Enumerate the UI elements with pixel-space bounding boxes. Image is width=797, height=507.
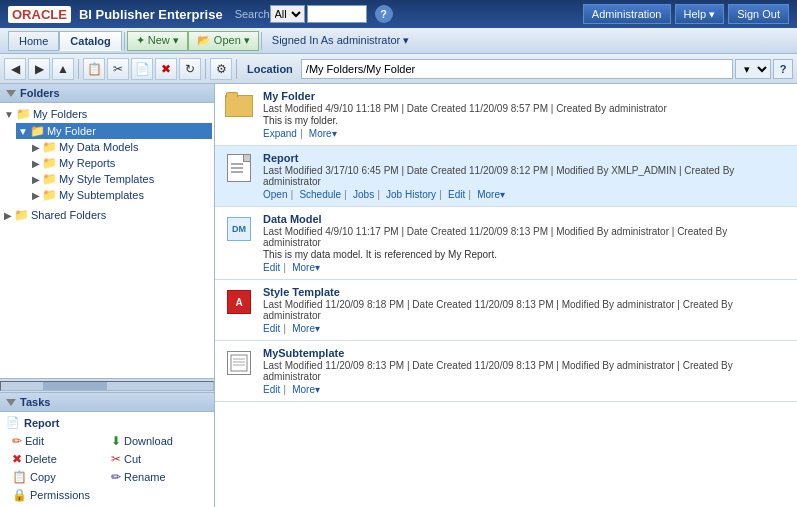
task-rename[interactable]: ✏ Rename	[109, 469, 204, 485]
sign-out-button[interactable]: Sign Out	[728, 4, 789, 24]
catalog-button[interactable]: Catalog	[59, 31, 121, 51]
folders-panel-header: Folders	[0, 84, 214, 103]
tree-row-style-templates[interactable]: ▶ 📁 My Style Templates	[30, 171, 212, 187]
search-input[interactable]	[307, 5, 367, 23]
tree-label-my-reports: My Reports	[59, 157, 115, 169]
tree-horizontal-scroll[interactable]	[0, 378, 214, 392]
task-report-icon: 📄	[6, 416, 20, 429]
styletemplate-item-meta: Last Modified 11/20/09 8:18 PM | Date Cr…	[263, 299, 787, 321]
datamodel-shape: DM	[227, 217, 251, 241]
tree-children-my-folder: ▶ 📁 My Data Models ▶ 📁 My Reports ▶	[16, 139, 212, 203]
tree-label-data-models: My Data Models	[59, 141, 138, 153]
tree-item-my-folder: ▼ 📁 My Folder ▶ 📁 My Data Models ▶	[16, 122, 212, 204]
toolbar-sep-2	[205, 59, 206, 79]
toolbar-refresh-button[interactable]: ↻	[179, 58, 201, 80]
report-jobs-link[interactable]: Jobs	[353, 189, 374, 200]
help-button[interactable]: Help ▾	[675, 4, 725, 24]
task-rename-label: Rename	[124, 471, 166, 483]
task-download-label: Download	[124, 435, 173, 447]
styletemplate-item-body: Style Template Last Modified 11/20/09 8:…	[263, 286, 787, 334]
task-cut[interactable]: ✂ Cut	[109, 451, 204, 467]
folder-expand-link[interactable]: Expand	[263, 128, 297, 139]
tree-label-shared-folders: Shared Folders	[31, 209, 106, 221]
report-schedule-link[interactable]: Schedule	[299, 189, 341, 200]
toolbar-copy-button[interactable]: 📋	[83, 58, 105, 80]
tree-row-my-folder[interactable]: ▼ 📁 My Folder	[16, 123, 212, 139]
task-edit[interactable]: ✏ Edit	[10, 433, 105, 449]
oracle-logo: ORACLE	[8, 6, 71, 23]
folder-icon-data-models: 📁	[42, 140, 57, 154]
search-scope-dropdown[interactable]: All	[270, 5, 305, 23]
expand-my-folder-icon[interactable]: ▼	[18, 126, 28, 137]
st-more-link[interactable]: More▾	[292, 323, 320, 334]
subtemplate-item-body: MySubtemplate Last Modified 11/20/09 8:1…	[263, 347, 787, 395]
report-open-link[interactable]: Open	[263, 189, 287, 200]
datamodel-item-actions: Edit| More▾	[263, 261, 787, 273]
user-link[interactable]: administrator ▾	[337, 34, 410, 46]
tasks-label: Tasks	[20, 396, 50, 408]
folder-icon-subtemplates: 📁	[42, 188, 57, 202]
administration-button[interactable]: Administration	[583, 4, 671, 24]
task-download[interactable]: ⬇ Download	[109, 433, 204, 449]
search-label: Search	[235, 8, 270, 20]
folder-icon-style-templates: 📁	[42, 172, 57, 186]
expand-shared-folders-icon[interactable]: ▶	[4, 210, 12, 221]
expand-style-templates-icon[interactable]: ▶	[32, 174, 40, 185]
toolbar-sep-1	[78, 59, 79, 79]
tree-row-my-reports[interactable]: ▶ 📁 My Reports	[30, 155, 212, 171]
folders-collapse-icon[interactable]	[6, 90, 16, 97]
subtemplate-shape	[227, 351, 251, 375]
tree-row-subtemplates[interactable]: ▶ 📁 My Subtemplates	[30, 187, 212, 203]
toolbar-delete-button[interactable]: ✖	[155, 58, 177, 80]
new-button[interactable]: ✦ New ▾	[127, 31, 188, 51]
home-button[interactable]: Home	[8, 31, 59, 51]
task-permissions[interactable]: 🔒 Permissions	[10, 487, 105, 503]
toolbar-back-button[interactable]: ◀	[4, 58, 26, 80]
expand-my-reports-icon[interactable]: ▶	[32, 158, 40, 169]
dm-edit-link[interactable]: Edit	[263, 262, 280, 273]
expand-subtemplates-icon[interactable]: ▶	[32, 190, 40, 201]
download-icon: ⬇	[111, 434, 121, 448]
subtemplate-item-icon	[225, 349, 253, 377]
toolbar-forward-button[interactable]: ▶	[28, 58, 50, 80]
task-delete[interactable]: ✖ Delete	[10, 451, 105, 467]
open-button[interactable]: 📂 Open ▾	[188, 31, 259, 51]
folder-icon-shared-folders: 📁	[14, 208, 29, 222]
st-edit-link[interactable]: Edit	[263, 323, 280, 334]
report-item-icon	[225, 154, 253, 182]
tree-label-style-templates: My Style Templates	[59, 173, 154, 185]
folder-icon-my-reports: 📁	[42, 156, 57, 170]
expand-data-models-icon[interactable]: ▶	[32, 142, 40, 153]
context-help-icon[interactable]: ?	[773, 59, 793, 79]
report-more-link[interactable]: More▾	[477, 189, 505, 200]
tree-label-my-folder: My Folder	[47, 125, 96, 137]
help-icon[interactable]: ?	[375, 5, 393, 23]
expand-my-folders-icon[interactable]: ▼	[4, 109, 14, 120]
top-bar: ORACLE BI Publisher Enterprise Search Al…	[0, 0, 797, 28]
report-edit-link[interactable]: Edit	[448, 189, 465, 200]
task-copy[interactable]: 📋 Copy	[10, 469, 105, 485]
folder-item-meta: Last Modified 4/9/10 11:18 PM | Date Cre…	[263, 103, 787, 114]
location-input[interactable]	[301, 59, 733, 79]
tree-row-shared-folders[interactable]: ▶ 📁 Shared Folders	[2, 207, 212, 223]
tree-row-my-folders[interactable]: ▼ 📁 My Folders	[2, 106, 212, 122]
toolbar-extra-button[interactable]: ⚙	[210, 58, 232, 80]
sub-edit-link[interactable]: Edit	[263, 384, 280, 395]
datamodel-item-body: Data Model Last Modified 4/9/10 11:17 PM…	[263, 213, 787, 273]
tree-row-data-models[interactable]: ▶ 📁 My Data Models	[30, 139, 212, 155]
subtemplate-item-meta: Last Modified 11/20/09 8:13 PM | Date Cr…	[263, 360, 787, 382]
location-dropdown[interactable]: ▾	[735, 59, 771, 79]
tree-item-root: ▼ 📁 My Folders ▼ 📁 My Folder	[2, 105, 212, 205]
toolbar-up-button[interactable]: ▲	[52, 58, 74, 80]
tasks-collapse-icon[interactable]	[6, 399, 16, 406]
toolbar-cut-button[interactable]: ✂	[107, 58, 129, 80]
toolbar-paste-button[interactable]: 📄	[131, 58, 153, 80]
list-item: A Style Template Last Modified 11/20/09 …	[215, 280, 797, 341]
folder-more-link[interactable]: More▾	[309, 128, 337, 139]
list-item: My Folder Last Modified 4/9/10 11:18 PM …	[215, 84, 797, 146]
tasks-header: Tasks	[0, 393, 214, 412]
report-job-history-link[interactable]: Job History	[386, 189, 436, 200]
sub-more-link[interactable]: More▾	[292, 384, 320, 395]
datamodel-item-desc: This is my data model. It is referenced …	[263, 249, 787, 260]
dm-more-link[interactable]: More▾	[292, 262, 320, 273]
